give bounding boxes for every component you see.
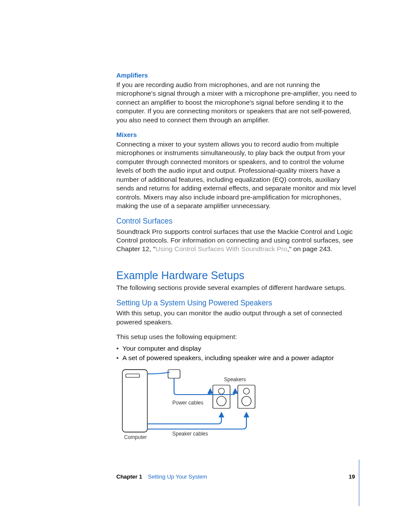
page-side-rule [359,460,359,506]
list-item: Your computer and display [116,344,357,353]
equipment-list: Your computer and display A set of power… [116,344,357,363]
label-power-cables: Power cables [172,400,203,407]
heading-powered-speakers: Setting Up a System Using Powered Speake… [116,298,357,308]
list-item: A set of powered speakers, including spe… [116,354,357,362]
heading-amplifiers: Amplifiers [116,71,357,80]
cs-body-post: ," on page 243. [287,245,333,252]
section-powered-speakers: Setting Up a System Using Powered Speake… [116,298,357,362]
body-powered-speakers-1: With this setup, you can monitor the aud… [116,309,357,327]
svg-rect-6 [238,385,255,408]
body-powered-speakers-2: This setup uses the following equipment: [116,333,357,341]
heading-control-surfaces: Control Surfaces [116,216,357,226]
heading-mixers: Mixers [116,131,357,139]
cross-reference-link[interactable]: Using Control Surfaces With Soundtrack P… [156,245,287,252]
section-amplifiers: Amplifiers If you are recording audio fr… [116,71,357,124]
body-amplifiers: If you are recording audio from micropho… [116,81,357,124]
figure-powered-speakers-diagram: Speakers Power cables Speaker cables Com… [121,369,264,444]
svg-point-4 [218,388,224,394]
body-example-hardware-setups: The following sections provide several e… [116,283,357,292]
svg-rect-3 [213,385,230,408]
svg-point-7 [243,388,249,394]
body-control-surfaces: Soundtrack Pro supports control surfaces… [116,227,357,254]
svg-rect-1 [126,374,140,377]
label-computer: Computer [124,434,147,441]
body-mixers: Connecting a mixer to your system allows… [116,140,357,211]
svg-point-8 [242,396,251,406]
section-control-surfaces: Control Surfaces Soundtrack Pro supports… [116,216,357,253]
footer-chapter-label: Chapter 1 [116,473,142,480]
heading-example-hardware-setups: Example Hardware Setups [116,268,357,283]
label-speaker-cables: Speaker cables [172,431,208,438]
svg-rect-2 [168,370,180,378]
label-speakers: Speakers [224,376,246,383]
page-number: 19 [349,473,355,480]
footer-chapter: Chapter 1 Setting Up Your System [116,473,207,480]
footer-chapter-title: Setting Up Your System [148,473,207,480]
section-mixers: Mixers Connecting a mixer to your system… [116,131,357,210]
section-example-hardware-setups: Example Hardware Setups The following se… [116,268,357,292]
svg-point-5 [217,396,226,406]
svg-rect-0 [122,370,147,432]
